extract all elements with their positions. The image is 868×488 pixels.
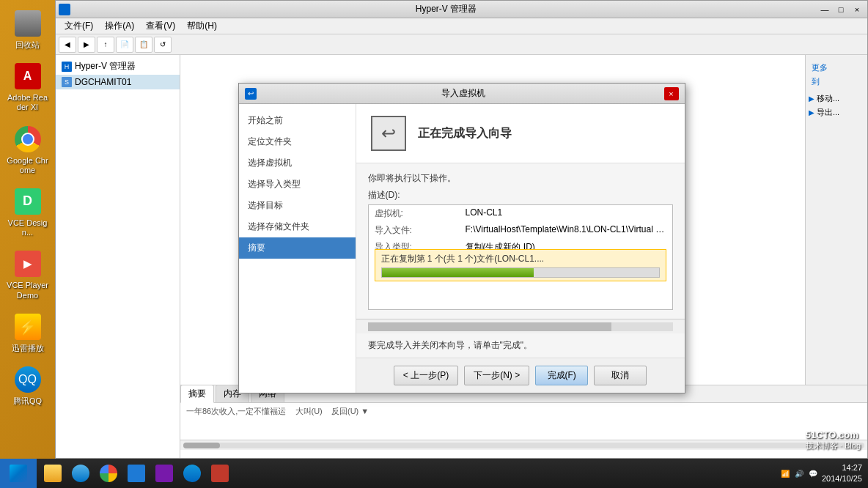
nav-target[interactable]: 选择目标 (239, 195, 356, 216)
minimize-button[interactable]: — (817, 4, 832, 15)
import-vm-dialog: ↩ 导入虚拟机 × 开始之前 定位文件夹 选择虚拟机 选择导入类型 选择目标 选… (238, 83, 685, 393)
titlebar-buttons: — □ × (817, 4, 864, 15)
nav-summary[interactable]: 摘要 (239, 237, 356, 259)
modal-titlebar: ↩ 导入虚拟机 × (239, 84, 685, 104)
folder-taskbar-icon (44, 465, 62, 482)
modal-footer-buttons: < 上一步(P) 下一步(N) > 完成(F) 取消 (356, 358, 685, 393)
modal-main-content: ↩ 正在完成导入向导 你即将执行以下操作。 描述(D): 虚拟机: (356, 104, 685, 393)
adobe-icon: A (15, 63, 41, 89)
modal-content-header: ↩ 正在完成导入向导 (356, 104, 685, 163)
desktop-icon-vce-player[interactable]: ▶ VCE Player Demo (4, 246, 51, 303)
nav-start[interactable]: 开始之前 (239, 110, 356, 131)
desktop-icon-label-vce-player: VCE Player Demo (5, 281, 50, 300)
modal-scroll-area (356, 319, 685, 333)
taskbar: 📶 🔊 💬 14:27 2014/10/25 (0, 459, 868, 488)
modal-dialog-title: 导入虚拟机 (262, 87, 664, 100)
tray-icons-area: 📶 🔊 💬 (779, 467, 819, 479)
prev-step-button[interactable]: < 上一步(P) (394, 366, 458, 385)
nav-import-type[interactable]: 选择导入类型 (239, 174, 356, 195)
taskbar-items (37, 461, 773, 486)
taskbar-folder-button[interactable] (40, 461, 66, 486)
modal-close-button[interactable]: × (664, 87, 679, 100)
modal-nav-panel: 开始之前 定位文件夹 选择虚拟机 选择导入类型 选择目标 选择存储文件夹 摘要 (239, 104, 356, 393)
tray-date: 2014/10/25 (822, 473, 862, 484)
next-step-button[interactable]: 下一步(N) > (464, 366, 529, 385)
summary-vm-label: 虚拟机: (369, 205, 460, 222)
thunder-icon: ⚡ (15, 314, 41, 340)
tray-network-icon: 📶 (779, 467, 791, 479)
desktop-icon-vce[interactable]: D VCE Design... (4, 184, 51, 240)
taskbar-chrome-button[interactable] (95, 461, 122, 486)
vce-icon: D (15, 188, 41, 215)
onenote-taskbar-icon (155, 465, 173, 482)
cancel-button[interactable]: 取消 (594, 366, 647, 385)
modal-footer-text: 要完成导入并关闭本向导，请单击"完成"。 (356, 333, 685, 358)
tray-time: 14:27 (822, 462, 862, 473)
start-button[interactable] (0, 459, 37, 488)
desktop-icon-recycle[interactable]: 回收站 (4, 6, 51, 53)
qq-icon: QQ (15, 366, 41, 393)
desktop-icon-label-vce: VCE Design... (5, 218, 50, 237)
hyperv-titlebar: Hyper-V 管理器 — □ × (56, 1, 867, 18)
import-vm-modal-overlay: ↩ 导入虚拟机 × 开始之前 定位文件夹 选择虚拟机 选择导入类型 选择目标 选… (56, 18, 867, 458)
taskbar-winrar-button[interactable] (207, 461, 233, 486)
progress-text: 正在复制第 1 个(共 1 个)文件(LON-CL1.... (381, 253, 660, 265)
explorer-taskbar-icon (128, 465, 145, 482)
recycle-icon (15, 10, 41, 37)
qq-taskbar-icon (183, 465, 201, 482)
desktop-icon-qq[interactable]: QQ 腾讯QQ (4, 362, 51, 409)
desktop-icon-chrome[interactable]: Google Chrome (4, 122, 51, 178)
tray-datetime: 14:27 2014/10/25 (822, 462, 862, 485)
vce-player-icon: ▶ (15, 251, 41, 277)
close-button[interactable]: × (850, 4, 864, 15)
summary-import-file-label: 导入文件: (369, 222, 460, 239)
summary-import-file-value: F:\VirtualHost\Template\Win8.1\LON-CL1\V… (460, 222, 672, 239)
summary-row-vm: 虚拟机: LON-CL1 (369, 205, 672, 222)
modal-body: 开始之前 定位文件夹 选择虚拟机 选择导入类型 选择目标 选择存储文件夹 摘要 … (239, 104, 685, 393)
summary-vm-value: LON-CL1 (460, 205, 672, 222)
modal-desc-label: 描述(D): (368, 189, 673, 202)
modal-header-title: 正在完成导入向导 (418, 126, 512, 141)
progress-notification: 正在复制第 1 个(共 1 个)文件(LON-CL1.... (375, 249, 666, 281)
desktop-icon-label-qq: 腾讯QQ (13, 396, 42, 406)
finish-button[interactable]: 完成(F) (535, 366, 588, 385)
taskbar-qq-button[interactable] (179, 461, 205, 486)
chrome-desktop-icon (15, 126, 41, 152)
taskbar-explorer-button[interactable] (123, 461, 150, 486)
desktop-icon-label-chrome: Google Chrome (5, 156, 50, 175)
desktop-icon-adobe[interactable]: A Adobe Reader XI (4, 59, 51, 115)
modal-hscrollbar[interactable] (368, 322, 673, 331)
modal-hscrollbar-thumb[interactable] (368, 322, 612, 331)
desktop-icon-label-adobe: Adobe Reader XI (5, 93, 50, 112)
modal-subtitle: 你即将执行以下操作。 (368, 172, 673, 185)
desktop-icon-label-recycle: 回收站 (15, 40, 40, 50)
windows-logo-icon (10, 465, 27, 482)
progress-bar-fill (382, 268, 534, 277)
desktop-icons-panel: 回收站 A Adobe Reader XI Google Chrome D VC… (0, 0, 55, 415)
maximize-button[interactable]: □ (834, 4, 848, 15)
ie-taskbar-icon (72, 465, 89, 482)
tray-action-center-icon: 💬 (807, 467, 819, 479)
progress-bar-container (381, 267, 660, 278)
hyperv-manager-window: Hyper-V 管理器 — □ × 文件(F) 操作(A) 查看(V) 帮助(H… (55, 0, 868, 459)
nav-storage[interactable]: 选择存储文件夹 (239, 216, 356, 237)
chrome-taskbar-icon (100, 465, 117, 482)
desktop: 回收站 A Adobe Reader XI Google Chrome D VC… (0, 0, 868, 488)
hyperv-window-title: Hyper-V 管理器 (75, 3, 817, 15)
taskbar-ie-button[interactable] (67, 461, 94, 486)
nav-locate[interactable]: 定位文件夹 (239, 131, 356, 152)
winrar-taskbar-icon (211, 465, 229, 482)
nav-select-vm[interactable]: 选择虚拟机 (239, 152, 356, 174)
wizard-icon: ↩ (371, 116, 406, 151)
summary-row-import-file: 导入文件: F:\VirtualHost\Template\Win8.1\LON… (369, 222, 672, 239)
modal-title-icon: ↩ (245, 88, 257, 100)
tray-volume-icon: 🔊 (793, 467, 805, 479)
desktop-icon-thunder[interactable]: ⚡ 迅雷播放 (4, 309, 51, 356)
hyperv-title-icon (59, 4, 70, 15)
summary-box: 虚拟机: LON-CL1 导入文件: F:\VirtualHost\Templa… (368, 204, 673, 310)
modal-content-area: 你即将执行以下操作。 描述(D): 虚拟机: LON-CL1 导入文件: (356, 163, 685, 319)
taskbar-onenote-button[interactable] (151, 461, 177, 486)
desktop-icon-label-thunder: 迅雷播放 (12, 344, 44, 353)
taskbar-tray: 📶 🔊 💬 14:27 2014/10/25 (773, 462, 868, 485)
